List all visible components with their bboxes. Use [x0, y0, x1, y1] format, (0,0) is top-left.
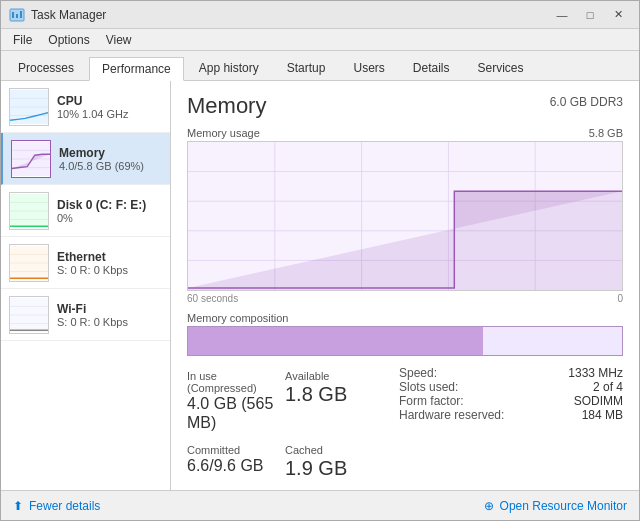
- sidebar: CPU 10% 1.04 GHz Memory 4: [1, 81, 171, 490]
- memory-mini-chart: [11, 140, 51, 178]
- page-title: Memory: [187, 93, 266, 119]
- chart-max-label: 5.8 GB: [589, 127, 623, 139]
- chart-time: 60 seconds 0: [187, 293, 623, 304]
- available-label: Available: [285, 370, 383, 382]
- form-row: Form factor: SODIMM: [399, 394, 623, 408]
- disk-desc: 0%: [57, 212, 162, 224]
- menu-bar: File Options View: [1, 29, 639, 51]
- in-use-value: 4.0 GB (565 MB): [187, 394, 285, 432]
- memory-name: Memory: [59, 146, 162, 160]
- open-resource-monitor-link[interactable]: ⊕ Open Resource Monitor: [484, 499, 627, 513]
- tab-startup[interactable]: Startup: [274, 56, 339, 80]
- wifi-name: Wi-Fi: [57, 302, 162, 316]
- main-header: Memory 6.0 GB DDR3: [187, 93, 623, 119]
- stats-right: Speed: 1333 MHz Slots used: 2 of 4 Form …: [383, 366, 623, 490]
- app-icon: [9, 7, 25, 23]
- fewer-details-link[interactable]: ⬆ Fewer details: [13, 499, 100, 513]
- sidebar-item-cpu[interactable]: CPU 10% 1.04 GHz: [1, 81, 170, 133]
- window-title: Task Manager: [31, 8, 106, 22]
- cpu-desc: 10% 1.04 GHz: [57, 108, 162, 120]
- sidebar-item-disk[interactable]: Disk 0 (C: F: E:) 0%: [1, 185, 170, 237]
- main-panel: Memory 6.0 GB DDR3 Memory usage 5.8 GB: [171, 81, 639, 490]
- composition-label: Memory composition: [187, 312, 623, 324]
- slots-row: Slots used: 2 of 4: [399, 380, 623, 394]
- content-area: CPU 10% 1.04 GHz Memory 4: [1, 81, 639, 490]
- cached-value: 1.9 GB: [285, 456, 383, 480]
- wifi-desc: S: 0 R: 0 Kbps: [57, 316, 162, 328]
- title-controls: — □ ✕: [549, 5, 631, 25]
- menu-options[interactable]: Options: [40, 31, 97, 49]
- title-bar-left: Task Manager: [9, 7, 106, 23]
- memory-type: 6.0 GB DDR3: [550, 95, 623, 109]
- menu-file[interactable]: File: [5, 31, 40, 49]
- chart-time-left: 60 seconds: [187, 293, 238, 304]
- tab-services[interactable]: Services: [465, 56, 537, 80]
- in-use-segment: [188, 327, 483, 355]
- open-monitor-text: Open Resource Monitor: [500, 499, 627, 513]
- footer-bar: ⬆ Fewer details ⊕ Open Resource Monitor: [1, 490, 639, 520]
- chart-time-right: 0: [617, 293, 623, 304]
- slots-value: 2 of 4: [593, 380, 623, 394]
- ethernet-name: Ethernet: [57, 250, 162, 264]
- slots-label: Slots used:: [399, 380, 458, 394]
- ethernet-desc: S: 0 R: 0 Kbps: [57, 264, 162, 276]
- title-bar: Task Manager — □ ✕: [1, 1, 639, 29]
- chart-label-text: Memory usage: [187, 127, 260, 139]
- minimize-button[interactable]: —: [549, 5, 575, 25]
- wifi-info: Wi-Fi S: 0 R: 0 Kbps: [57, 302, 162, 328]
- in-use-label: In use (Compressed): [187, 370, 285, 394]
- cpu-name: CPU: [57, 94, 162, 108]
- available-block: Available 1.8 GB: [285, 366, 383, 436]
- available-value: 1.8 GB: [285, 382, 383, 406]
- speed-row: Speed: 1333 MHz: [399, 366, 623, 380]
- memory-info: Memory 4.0/5.8 GB (69%): [59, 146, 162, 172]
- hw-row: Hardware reserved: 184 MB: [399, 408, 623, 422]
- sidebar-item-ethernet[interactable]: Ethernet S: 0 R: 0 Kbps: [1, 237, 170, 289]
- tab-details[interactable]: Details: [400, 56, 463, 80]
- cached-block: Cached 1.9 GB: [285, 440, 383, 484]
- disk-name: Disk 0 (C: F: E:): [57, 198, 162, 212]
- hw-label: Hardware reserved:: [399, 408, 504, 422]
- hw-value: 184 MB: [582, 408, 623, 422]
- chart-label-row: Memory usage 5.8 GB: [187, 127, 623, 139]
- close-button[interactable]: ✕: [605, 5, 631, 25]
- tab-processes[interactable]: Processes: [5, 56, 87, 80]
- svg-rect-3: [20, 11, 22, 18]
- committed-block: Committed 6.6/9.6 GB: [187, 440, 285, 484]
- ethernet-mini-chart: [9, 244, 49, 282]
- monitor-icon: ⊕: [484, 499, 494, 513]
- tab-performance[interactable]: Performance: [89, 57, 184, 81]
- composition-bar: [187, 326, 623, 356]
- usage-chart-section: Memory usage 5.8 GB: [187, 127, 623, 304]
- sidebar-item-wifi[interactable]: Wi-Fi S: 0 R: 0 Kbps: [1, 289, 170, 341]
- speed-label: Speed:: [399, 366, 437, 380]
- form-value: SODIMM: [574, 394, 623, 408]
- tab-bar: Processes Performance App history Startu…: [1, 51, 639, 81]
- memory-usage-chart: [187, 141, 623, 291]
- disk-info: Disk 0 (C: F: E:) 0%: [57, 198, 162, 224]
- stats-section: In use (Compressed) 4.0 GB (565 MB) Avai…: [187, 366, 623, 490]
- cpu-mini-chart: [9, 88, 49, 126]
- disk-mini-chart: [9, 192, 49, 230]
- tab-app-history[interactable]: App history: [186, 56, 272, 80]
- sidebar-item-memory[interactable]: Memory 4.0/5.8 GB (69%): [1, 133, 170, 185]
- form-label: Form factor:: [399, 394, 464, 408]
- tab-users[interactable]: Users: [340, 56, 397, 80]
- stats-left: In use (Compressed) 4.0 GB (565 MB) Avai…: [187, 366, 383, 490]
- svg-rect-2: [16, 14, 18, 18]
- committed-value: 6.6/9.6 GB: [187, 456, 285, 475]
- maximize-button[interactable]: □: [577, 5, 603, 25]
- task-manager-window: Task Manager — □ ✕ File Options View Pro…: [0, 0, 640, 521]
- available-segment: [483, 327, 622, 355]
- menu-view[interactable]: View: [98, 31, 140, 49]
- in-use-block: In use (Compressed) 4.0 GB (565 MB): [187, 366, 285, 436]
- speed-value: 1333 MHz: [568, 366, 623, 380]
- fewer-details-text: Fewer details: [29, 499, 100, 513]
- wifi-mini-chart: [9, 296, 49, 334]
- fewer-details-icon: ⬆: [13, 499, 23, 513]
- ethernet-info: Ethernet S: 0 R: 0 Kbps: [57, 250, 162, 276]
- main-title-block: Memory: [187, 93, 266, 119]
- composition-section: Memory composition: [187, 312, 623, 356]
- cached-label: Cached: [285, 444, 383, 456]
- committed-label: Committed: [187, 444, 285, 456]
